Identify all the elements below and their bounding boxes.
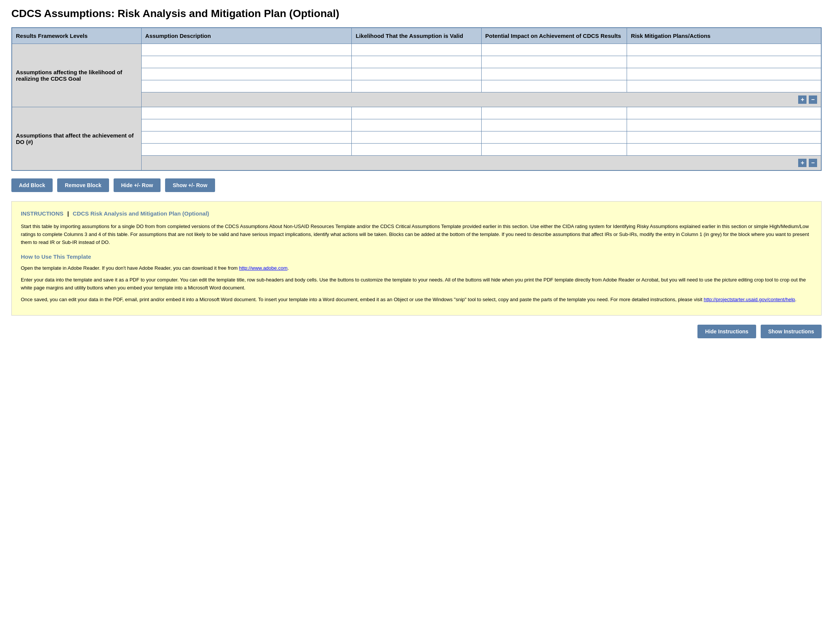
col-header-potential-impact: Potential Impact on Achievement of CDCS …	[481, 27, 627, 44]
do-plus-button[interactable]: +	[798, 159, 807, 167]
goal-mitigation-3[interactable]	[627, 68, 821, 80]
section-goal-header: Assumptions affecting the likelihood of …	[12, 44, 141, 107]
usaid-help-link[interactable]: http://projectstarter.usaid.gov/content/…	[703, 296, 795, 302]
bottom-buttons-row: Hide Instructions Show Instructions	[11, 325, 822, 338]
how-to-title: How to Use This Template	[21, 252, 812, 261]
do-impact-3[interactable]	[481, 132, 627, 143]
col-header-results-framework: Results Framework Levels	[12, 27, 141, 44]
goal-assumption-desc-4[interactable]	[141, 80, 352, 92]
do-impact-4[interactable]	[481, 143, 627, 156]
do-mitigation-1[interactable]	[627, 107, 821, 119]
how-to-body1-text: Open the template in Adobe Reader. If yo…	[21, 265, 239, 271]
do-likelihood-1[interactable]	[352, 107, 481, 119]
section-goal-row-1: Assumptions affecting the likelihood of …	[12, 44, 821, 56]
page-title: CDCS Assumptions: Risk Analysis and Miti…	[11, 8, 822, 20]
section-do-row-1: Assumptions that affect the achievement …	[12, 107, 821, 119]
do-assumption-desc-1[interactable]	[141, 107, 352, 119]
do-impact-2[interactable]	[481, 119, 627, 132]
goal-mitigation-2[interactable]	[627, 56, 821, 68]
do-mitigation-3[interactable]	[627, 132, 821, 143]
goal-assumption-desc-1[interactable]	[141, 44, 352, 56]
goal-assumption-desc-3[interactable]	[141, 68, 352, 80]
show-instructions-button[interactable]: Show Instructions	[761, 325, 822, 338]
col-header-assumption-description: Assumption Description	[141, 27, 352, 44]
how-to-body2: Enter your data into the template and sa…	[21, 276, 812, 292]
hide-instructions-button[interactable]: Hide Instructions	[698, 325, 756, 338]
instructions-body1: Start this table by importing assumption…	[21, 223, 812, 246]
instructions-box: INSTRUCTIONS | CDCS Risk Analysis and Mi…	[11, 201, 822, 316]
instructions-subtitle: CDCS Risk Analysis and Mitigation Plan (…	[73, 210, 209, 217]
goal-minus-button[interactable]: −	[809, 95, 817, 104]
hide-row-button[interactable]: Hide +/- Row	[114, 179, 161, 192]
remove-block-button[interactable]: Remove Block	[57, 179, 109, 192]
do-likelihood-2[interactable]	[352, 119, 481, 132]
do-likelihood-4[interactable]	[352, 143, 481, 156]
do-mitigation-4[interactable]	[627, 143, 821, 156]
do-impact-1[interactable]	[481, 107, 627, 119]
add-block-button[interactable]: Add Block	[11, 179, 53, 192]
do-assumption-desc-4[interactable]	[141, 143, 352, 156]
how-to-body1-end: .	[287, 265, 289, 271]
goal-mitigation-4[interactable]	[627, 80, 821, 92]
adobe-link[interactable]: http://www.adobe.com	[239, 265, 287, 271]
main-table: Results Framework Levels Assumption Desc…	[11, 27, 822, 171]
goal-likelihood-2[interactable]	[352, 56, 481, 68]
col-header-risk-mitigation: Risk Mitigation Plans/Actions	[627, 27, 821, 44]
how-to-body3: Once saved, you can edit your data in th…	[21, 296, 812, 304]
instructions-title: INSTRUCTIONS | CDCS Risk Analysis and Mi…	[21, 209, 812, 218]
do-likelihood-3[interactable]	[352, 132, 481, 143]
do-minus-button[interactable]: −	[809, 159, 817, 167]
goal-impact-2[interactable]	[481, 56, 627, 68]
action-buttons-row: Add Block Remove Block Hide +/- Row Show…	[11, 179, 822, 192]
instructions-label: INSTRUCTIONS	[21, 210, 64, 217]
how-to-body3-end: .	[795, 296, 797, 302]
goal-impact-1[interactable]	[481, 44, 627, 56]
instructions-pipe: |	[68, 210, 69, 217]
goal-impact-4[interactable]	[481, 80, 627, 92]
how-to-body1: Open the template in Adobe Reader. If yo…	[21, 264, 812, 272]
goal-plus-button[interactable]: +	[798, 95, 807, 104]
col-header-likelihood: Likelihood That the Assumption is Valid	[352, 27, 481, 44]
goal-impact-3[interactable]	[481, 68, 627, 80]
goal-likelihood-4[interactable]	[352, 80, 481, 92]
goal-assumption-desc-2[interactable]	[141, 56, 352, 68]
goal-mitigation-1[interactable]	[627, 44, 821, 56]
show-row-button[interactable]: Show +/- Row	[165, 179, 215, 192]
section-do-header: Assumptions that affect the achievement …	[12, 107, 141, 171]
do-plusminus-cell: + −	[141, 156, 821, 171]
how-to-body3-prefix: Once saved, you can edit your data in th…	[21, 296, 703, 302]
do-assumption-desc-3[interactable]	[141, 132, 352, 143]
goal-likelihood-3[interactable]	[352, 68, 481, 80]
table-header-row: Results Framework Levels Assumption Desc…	[12, 27, 821, 44]
do-mitigation-2[interactable]	[627, 119, 821, 132]
do-assumption-desc-2[interactable]	[141, 119, 352, 132]
goal-plusminus-cell: + −	[141, 92, 821, 107]
goal-likelihood-1[interactable]	[352, 44, 481, 56]
